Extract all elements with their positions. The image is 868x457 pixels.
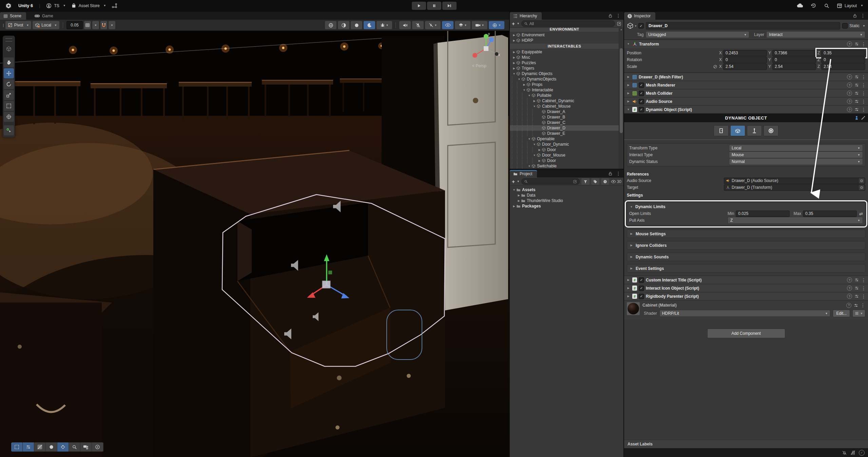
- rotation-z-field[interactable]: 0: [821, 57, 865, 63]
- kebab-menu-icon[interactable]: ⋮: [861, 83, 866, 88]
- custom-tool[interactable]: [4, 125, 14, 135]
- cloud-icon[interactable]: [797, 3, 803, 8]
- static-checkbox[interactable]: [842, 23, 848, 29]
- presets-icon[interactable]: [854, 303, 858, 308]
- create-button[interactable]: +▼: [512, 179, 520, 184]
- object-picker-icon[interactable]: ⊙: [859, 185, 864, 190]
- pivot-mode-dropdown[interactable]: Pivot ▼: [5, 21, 32, 29]
- foldout-arrow-icon[interactable]: ▼: [532, 105, 537, 108]
- tab-project[interactable]: Project: [510, 170, 537, 178]
- presets-icon[interactable]: [854, 83, 859, 87]
- target-object-field[interactable]: Drawer_D (Transform) ⊙: [724, 184, 865, 191]
- scale-y-field[interactable]: 2.54: [772, 63, 816, 70]
- scene-viewport[interactable]: y x < Persp ————: [0, 31, 509, 457]
- tab-inspector[interactable]: i Inspector: [624, 12, 655, 20]
- foldout-arrow-icon[interactable]: ▼: [626, 108, 631, 111]
- hierarchy-item-pullable[interactable]: ▼Pullable: [510, 93, 619, 98]
- object-picker-icon[interactable]: ⊙: [859, 178, 864, 183]
- grid-snap-button[interactable]: [100, 21, 107, 29]
- scale-x-field[interactable]: 2.54: [723, 63, 767, 70]
- view-tool-cube-icon[interactable]: [4, 44, 14, 54]
- tab-scene[interactable]: Scene: [0, 12, 26, 20]
- foldout-arrow-icon[interactable]: ▶: [512, 34, 516, 37]
- help-icon[interactable]: ?: [846, 303, 851, 308]
- banner-pawn-icon[interactable]: [854, 116, 859, 120]
- component-enabled-checkbox[interactable]: ✓: [639, 294, 644, 299]
- hierarchy-item-door[interactable]: ▶Door: [510, 158, 619, 163]
- open-window-icon[interactable]: [617, 21, 621, 26]
- account-menu[interactable]: TS ▼: [46, 3, 65, 8]
- component-header-mesh-renderer[interactable]: ▶✓Mesh Renderer?⋮: [624, 81, 868, 89]
- hierarchy-scrollbar[interactable]: ▲: [619, 28, 623, 169]
- help-icon[interactable]: ?: [847, 107, 852, 112]
- scene-visibility-eye-icon[interactable]: [442, 21, 454, 29]
- play-button[interactable]: [412, 2, 426, 10]
- lock-icon[interactable]: [608, 171, 613, 176]
- max-limit-field[interactable]: 0.35: [803, 211, 857, 217]
- kebab-menu-icon[interactable]: ⋮: [861, 107, 866, 112]
- filter-by-label-icon[interactable]: [591, 178, 599, 185]
- help-icon[interactable]: ?: [847, 91, 852, 96]
- gameobject-cube-icon[interactable]: ▾: [627, 22, 636, 29]
- foldout-arrow-icon[interactable]: ▶: [537, 159, 542, 162]
- position-z-field[interactable]: 0.35: [821, 50, 865, 56]
- tab-hierarchy[interactable]: Hierarchy: [510, 12, 542, 20]
- material-preview-thumbnail[interactable]: [627, 302, 640, 315]
- help-icon[interactable]: ?: [847, 83, 852, 88]
- status-ok-icon[interactable]: ✓: [859, 450, 865, 456]
- hierarchy-item-dynamicobjects[interactable]: ▼DynamicObjects: [510, 76, 619, 82]
- scene-lighting-moon-icon[interactable]: [364, 21, 375, 29]
- presets-icon[interactable]: [854, 278, 859, 282]
- pull-axis-dropdown[interactable]: Z ▼: [728, 217, 863, 224]
- foldout-mouse-settings[interactable]: ▶Mouse Settings: [627, 230, 865, 238]
- lock-icon[interactable]: [608, 14, 613, 18]
- hierarchy-item-hdrp[interactable]: ▶HDRP: [510, 38, 619, 43]
- foldout-arrow-icon[interactable]: ▼: [532, 154, 537, 157]
- grid-visibility-button[interactable]: [84, 21, 91, 29]
- component-enabled-checkbox[interactable]: ✓: [639, 107, 644, 112]
- foldout-arrow-icon[interactable]: ▶: [512, 39, 516, 42]
- gizmos-dropdown[interactable]: ▼: [489, 21, 504, 29]
- presets-icon[interactable]: [854, 42, 859, 46]
- mic-off-icon[interactable]: [412, 21, 424, 29]
- hierarchy-item-misc[interactable]: ▶Misc: [510, 55, 619, 60]
- add-component-button[interactable]: Add Component: [707, 329, 785, 338]
- component-header-mesh-collider[interactable]: ▶✓Mesh Collider?⋮: [624, 89, 868, 97]
- component-enabled-checkbox[interactable]: ✓: [639, 83, 644, 88]
- kebab-menu-icon[interactable]: ⋮: [615, 13, 622, 18]
- foldout-arrow-icon[interactable]: ▶: [512, 56, 516, 59]
- hierarchy-item-drawer-c[interactable]: Drawer_C: [510, 120, 619, 125]
- active-checkbox[interactable]: ✓: [638, 23, 644, 29]
- presets-icon[interactable]: [854, 91, 859, 95]
- hidden-count-toggle[interactable]: 30: [611, 179, 621, 184]
- foldout-arrow-icon[interactable]: ▶: [626, 100, 631, 103]
- foldout-arrow-icon[interactable]: ▶: [517, 194, 521, 197]
- version-control-icon[interactable]: [112, 3, 117, 8]
- layout-menu[interactable]: Layout ▼: [837, 3, 863, 8]
- toolstrip-drag-handle[interactable]: ————: [5, 37, 12, 42]
- interact-type-dropdown[interactable]: Mouse▼: [729, 151, 863, 158]
- component-header-rigidbody-parenter-script[interactable]: ▶#✓Rigidbody Parenter (Script)?⋮: [624, 292, 868, 300]
- dynamic-limits-foldout[interactable]: ▼ Dynamic Limits: [629, 203, 863, 210]
- foldout-arrow-icon[interactable]: ▶: [512, 205, 516, 208]
- asset-labels-bar[interactable]: Asset Labels: [624, 440, 868, 448]
- shader-list-button[interactable]: ▼: [852, 310, 865, 317]
- kebab-menu-icon[interactable]: ⋮: [861, 277, 866, 283]
- hierarchy-item-drawer-d[interactable]: Drawer_D: [510, 125, 619, 131]
- help-icon[interactable]: ?: [847, 41, 852, 47]
- hand-tool[interactable]: [4, 57, 14, 68]
- component-header-interact-icon-object-script[interactable]: ▶#✓Interact Icon Object (Script)?⋮: [624, 284, 868, 292]
- position-y-field[interactable]: 0.7366: [772, 50, 816, 56]
- foldout-arrow-icon[interactable]: ▶: [626, 92, 631, 95]
- hierarchy-item-door-dynamic[interactable]: ▼Door_Dynamic: [510, 142, 619, 147]
- rotation-x-field[interactable]: 0: [723, 57, 767, 63]
- shaded-mode-icon[interactable]: [325, 21, 336, 29]
- foldout-arrow-icon[interactable]: ▶: [512, 67, 516, 70]
- handle-orientation-dropdown[interactable]: Local ▼: [33, 21, 59, 29]
- hierarchy-item-equippable[interactable]: ▶Equippable: [510, 49, 619, 55]
- kebab-menu-icon[interactable]: ⋮: [861, 294, 866, 299]
- lighting-toggle-icon[interactable]: [351, 21, 362, 29]
- tag-dropdown[interactable]: Untagged ▼: [645, 31, 749, 38]
- hierarchy-item-drawer-e[interactable]: Drawer_E: [510, 131, 619, 136]
- help-icon[interactable]: ?: [847, 286, 852, 291]
